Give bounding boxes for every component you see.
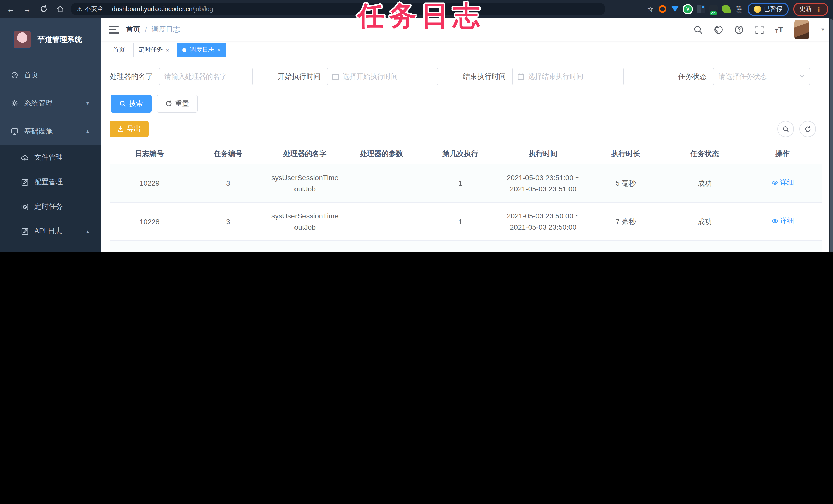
tab-home[interactable]: 首页	[108, 43, 130, 57]
sidebar-item-api-log[interactable]: API 日志 ▲	[0, 219, 101, 244]
monitor-icon	[11, 127, 19, 135]
app-logo	[13, 30, 31, 48]
extension-on-icon[interactable]: on	[709, 5, 717, 13]
avatar[interactable]	[794, 20, 809, 39]
breadcrumb-current: 调度日志	[151, 25, 180, 34]
start-time-input[interactable]	[327, 73, 438, 80]
extension-blocks-icon[interactable]	[696, 5, 705, 13]
job-log-table: 日志编号 任务编号 处理器的名字 处理器的参数 第几次执行 执行时间 执行时长 …	[110, 144, 822, 252]
url-path: /job/log	[193, 5, 213, 12]
breadcrumb-home[interactable]: 首页	[126, 25, 140, 34]
scrollbar-thumb[interactable]	[830, 19, 833, 252]
chevron-up-icon: ▲	[85, 128, 90, 134]
extension-orange-icon[interactable]	[658, 5, 666, 13]
sidebar-item-infrastructure[interactable]: 基础设施 ▲	[0, 117, 101, 145]
execute-time-start: 2021-05-03 23:50:00 ~	[503, 210, 583, 222]
avatar-caret-icon[interactable]: ▼	[820, 27, 825, 32]
sidebar-item-label: 文件管理	[34, 153, 63, 162]
execute-index-cell: 1	[420, 241, 501, 252]
app-logo-row[interactable]: 芋道管理系统	[0, 18, 101, 61]
sidebar-item-scheduled-jobs[interactable]: 定时任务	[0, 195, 101, 219]
search-button[interactable]: 搜索	[111, 95, 151, 112]
extension-leaf-icon[interactable]	[721, 4, 731, 14]
sidebar-item-label: 首页	[24, 70, 39, 80]
url-host: dashboard.yudao.iocoder.cn	[112, 5, 193, 12]
screen: ← → ⚠ 不安全 dashboard.yudao.iocoder.cn/job…	[0, 0, 833, 252]
col-execute-index: 第几次执行	[420, 144, 501, 164]
fullscreen-icon[interactable]	[755, 25, 764, 34]
handler-name-box	[159, 68, 253, 85]
breadcrumb: 首页 / 调度日志	[126, 25, 180, 34]
edit-square-icon	[21, 178, 29, 186]
export-button[interactable]: 导出	[110, 121, 148, 137]
detail-link[interactable]: 详细	[771, 177, 794, 188]
help-icon[interactable]	[734, 25, 744, 34]
sidebar-item-label: 系统管理	[24, 99, 53, 108]
sidebar-item-access-log[interactable]: 访问日志	[0, 244, 101, 252]
handler-name-cell: sysUserSessionTimeoutJob	[267, 202, 343, 241]
handler-param-cell	[343, 202, 420, 241]
on-badge: on	[710, 11, 716, 15]
execute-time-cell: 2021-05-03 23:51:00 ~ 2021-05-03 23:51:0…	[501, 164, 586, 202]
sidebar-item-label: 配置管理	[34, 178, 63, 187]
close-icon[interactable]: ×	[217, 47, 221, 53]
refresh-button[interactable]	[800, 121, 816, 137]
infrastructure-submenu: 文件管理 配置管理 定时任务 API 日志 ▲ 访问日志	[0, 145, 101, 252]
address-bar[interactable]: ⚠ 不安全 dashboard.yudao.iocoder.cn/job/log	[71, 3, 605, 15]
col-duration: 执行时长	[586, 144, 666, 164]
browser-forward-icon[interactable]: →	[22, 3, 33, 15]
font-size-icon[interactable]: TT	[776, 25, 783, 34]
close-icon[interactable]: ×	[166, 47, 169, 53]
export-button-label: 导出	[127, 124, 141, 133]
browser-reload-icon[interactable]	[38, 3, 49, 15]
paused-profile-badge[interactable]: 已暂停	[748, 2, 789, 16]
sidebar-item-system[interactable]: 系统管理 ▼	[0, 89, 101, 117]
col-job-id: 任务编号	[190, 144, 267, 164]
reset-button-label: 重置	[175, 99, 189, 108]
browser-update-button[interactable]: 更新 ⋮	[793, 2, 828, 16]
status-cell: 成功	[666, 202, 743, 241]
show-search-button[interactable]	[778, 121, 794, 137]
extension-gem-icon[interactable]	[671, 5, 679, 13]
browser-menu-icon[interactable]: ⋮	[816, 5, 822, 12]
tab-scheduled-jobs[interactable]: 定时任务×	[133, 43, 174, 57]
annotation-title: 任务日志	[357, 0, 484, 35]
browser-home-icon[interactable]	[54, 3, 66, 15]
extension-green-icon[interactable]: V	[684, 5, 692, 13]
bookmark-star-icon[interactable]: ☆	[647, 5, 653, 13]
emoji-face-icon	[754, 5, 761, 12]
hamburger-icon[interactable]	[109, 25, 119, 33]
tags-view-bar: 首页 定时任务× 调度日志×	[101, 41, 833, 59]
sidebar-item-file-management[interactable]: 文件管理	[0, 145, 101, 170]
calendar-icon	[517, 73, 524, 80]
handler-name-cell: sysUserSessionTimeoutJob	[267, 164, 343, 202]
duration-cell: 7 毫秒	[586, 202, 666, 241]
scrollbar[interactable]	[829, 18, 833, 252]
sidebar-item-label: 定时任务	[34, 202, 63, 211]
search-icon[interactable]	[693, 25, 703, 34]
sidebar-item-label: 访问日志	[46, 251, 74, 252]
github-icon[interactable]	[714, 25, 723, 34]
table-row: 10228 3 sysUserSessionTimeoutJob 1 2021-…	[110, 202, 822, 241]
table-row: 10227 3 sysUserSessionTimeoutJob 1 2021-…	[110, 241, 822, 252]
detail-link[interactable]: 详细	[771, 216, 794, 227]
handler-name-input[interactable]	[159, 73, 253, 80]
log-id-cell: 10227	[110, 241, 190, 252]
job-id-cell: 3	[190, 164, 267, 202]
job-status-input[interactable]	[713, 73, 810, 80]
job-id-cell: 3	[190, 241, 267, 252]
handler-param-cell	[343, 164, 420, 202]
extensions-puzzle-icon[interactable]: ▒	[735, 5, 743, 13]
start-time-box	[327, 68, 438, 85]
sidebar-item-home[interactable]: 首页	[0, 61, 101, 89]
end-time-input[interactable]	[513, 73, 623, 80]
job-status-select[interactable]	[713, 68, 810, 85]
sidebar-item-config-management[interactable]: 配置管理	[0, 170, 101, 195]
status-cell: 成功	[666, 241, 743, 252]
reset-button[interactable]: 重置	[157, 95, 198, 112]
security-warning[interactable]: ⚠ 不安全	[77, 5, 103, 13]
execute-time-cell: 2021-05-03 23:50:00 ~ 2021-05-03 23:50:0…	[501, 202, 586, 241]
tab-job-log[interactable]: 调度日志×	[177, 43, 226, 57]
start-time-label: 开始执行时间	[278, 72, 327, 81]
browser-back-icon[interactable]: ←	[5, 3, 16, 15]
